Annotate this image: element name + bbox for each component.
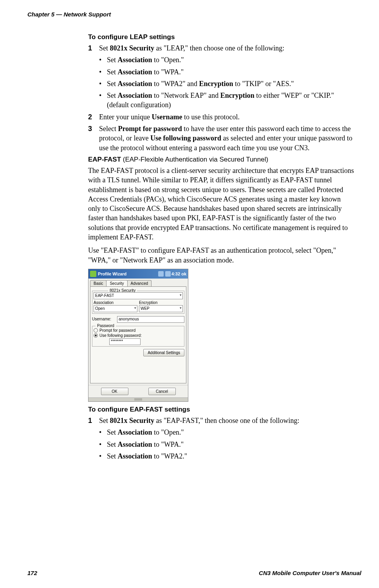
text-bold: Encryption <box>220 92 254 99</box>
ok-button[interactable]: OK <box>101 388 128 395</box>
association-label: Association <box>94 300 137 305</box>
ok-title-button[interactable]: ok <box>181 272 186 276</box>
start-icon[interactable] <box>90 271 96 277</box>
text-fragment: Set <box>107 56 118 64</box>
radio-label: Use following password: <box>99 333 142 338</box>
text-bold: Association <box>118 428 152 436</box>
text-fragment: to "Open." <box>152 428 184 436</box>
bullet-dot: • <box>99 91 107 110</box>
encryption-select[interactable]: WEP <box>139 305 183 312</box>
text-bold: Encryption <box>199 80 233 88</box>
text-bold: Association <box>118 80 152 88</box>
signal-icon[interactable] <box>158 271 164 277</box>
keyboard-icon <box>134 398 142 401</box>
leap-step-3: 3 Select Prompt for password to have the… <box>88 124 354 153</box>
text-fragment: to "WPA2" and <box>152 80 199 88</box>
tab-advanced[interactable]: Advanced <box>127 280 152 286</box>
text-fragment: to "TKIP" or "AES." <box>233 80 294 88</box>
security-group: 8021x Security EAP-FAST Association Open… <box>92 291 184 314</box>
text-bold: EAP-FAST <box>88 156 121 163</box>
bullet-text: Set Association to "WPA2" and Encryption… <box>107 79 354 88</box>
text-bold: Use following password <box>150 134 221 142</box>
text-fragment: to "WPA." <box>152 68 184 76</box>
bullet-text: Set Association to "Open." <box>107 55 354 65</box>
text-fragment: Set <box>107 452 118 460</box>
eapfast-config-heading: To configure EAP-FAST settings <box>88 406 354 414</box>
eapfast-heading: EAP-FAST (EAP-Flexible Authentication vi… <box>88 156 354 164</box>
leap-bullet: • Set Association to "WPA." <box>99 67 354 77</box>
text-bold: Association <box>118 92 152 99</box>
manual-title: CN3 Mobile Computer User's Manual <box>259 570 361 576</box>
text-fragment: Set <box>99 44 110 52</box>
bullet-text: Set Association to "WPA2." <box>107 451 354 461</box>
text-fragment: Set <box>107 80 118 88</box>
association-select[interactable]: Open <box>94 305 137 312</box>
text-bold: Association <box>118 68 152 76</box>
bullet-dot: • <box>99 440 107 449</box>
text-fragment: Set <box>99 417 110 424</box>
text-fragment: Enter your unique <box>99 113 152 121</box>
bullet-dot: • <box>99 451 107 461</box>
eapfast-bullet: • Set Association to "Open." <box>99 428 354 437</box>
security-select[interactable]: EAP-FAST <box>94 292 183 299</box>
username-label: Username: <box>92 317 116 321</box>
text-bold: 8021x Security <box>110 417 154 424</box>
step-text: Enter your unique Username to use this p… <box>99 112 354 122</box>
text-bold: Association <box>118 441 152 448</box>
leap-step-1: 1 Set 8021x Security as "LEAP," then cho… <box>88 43 354 53</box>
text-fragment: to use this protocol. <box>182 113 240 121</box>
profile-wizard-screenshot: Profile Wizard 4:32 ok Basic Security Ad… <box>88 269 188 402</box>
step-text: Select Prompt for password to have the u… <box>99 124 354 153</box>
text-bold: Prompt for password <box>118 125 182 133</box>
additional-settings-button[interactable]: Additional Settings <box>143 349 184 356</box>
cancel-button[interactable]: Cancel <box>148 388 176 395</box>
window-title: Profile Wizard <box>98 272 126 276</box>
window-titlebar: Profile Wizard 4:32 ok <box>88 269 188 279</box>
text-bold: Association <box>118 452 152 460</box>
username-input[interactable]: anonymous <box>117 316 184 323</box>
text-fragment: Set <box>107 441 118 448</box>
eapfast-step-1: 1 Set 8021x Security as "EAP-FAST," then… <box>88 416 354 425</box>
sip-bar[interactable] <box>88 397 188 401</box>
eapfast-paragraph: The EAP-FAST protocol is a client-server… <box>88 166 354 242</box>
step-number: 1 <box>88 416 99 425</box>
password-group: Password Prompt for password Use followi… <box>92 326 184 347</box>
text-fragment: as "EAP-FAST," then choose one of the fo… <box>154 417 299 424</box>
text-fragment: Set <box>107 92 118 99</box>
button-bar: OK Cancel <box>88 385 188 397</box>
bullet-text: Set Association to "Network EAP" and Enc… <box>107 91 354 110</box>
eapfast-bullet: • Set Association to "WPA." <box>99 440 354 449</box>
password-legend: Password <box>96 324 116 328</box>
text-fragment: Set <box>107 68 118 76</box>
bullet-text: Set Association to "WPA." <box>107 67 354 77</box>
text-bold: Association <box>118 56 152 64</box>
text-fragment: to "WPA2." <box>152 452 188 460</box>
leap-step-2: 2 Enter your unique Username to use this… <box>88 112 354 122</box>
tab-basic[interactable]: Basic <box>90 280 106 286</box>
text-fragment: Select <box>99 125 118 133</box>
bullet-text: Set Association to "WPA." <box>107 440 354 449</box>
text-fragment: to "Network EAP" and <box>152 92 220 99</box>
clock: 4:32 <box>171 272 180 276</box>
bullet-dot: • <box>99 79 107 88</box>
text-fragment: to "WPA." <box>152 441 184 448</box>
radio-use-password[interactable]: Use following password: <box>94 333 183 338</box>
password-input[interactable]: ******** <box>109 338 141 345</box>
text-fragment: to "Open." <box>152 56 184 64</box>
bullet-text: Set Association to "Open." <box>107 428 354 437</box>
volume-icon[interactable] <box>165 271 171 277</box>
security-panel: 8021x Security EAP-FAST Association Open… <box>90 286 186 383</box>
page-number: 172 <box>27 570 37 576</box>
text-fragment: as "LEAP," then choose one of the follow… <box>154 44 284 52</box>
leap-bullet: • Set Association to "Open." <box>99 55 354 65</box>
tab-security[interactable]: Security <box>106 280 127 286</box>
main-content: To configure LEAP settings 1 Set 8021x S… <box>88 33 354 463</box>
bullet-dot: • <box>99 428 107 437</box>
radio-prompt-password[interactable]: Prompt for password <box>94 328 183 333</box>
leap-bullet: • Set Association to "WPA2" and Encrypti… <box>99 79 354 88</box>
page-footer: 172 CN3 Mobile Computer User's Manual <box>27 570 361 576</box>
eapfast-paragraph: Use "EAP-FAST" to configure EAP-FAST as … <box>88 246 354 265</box>
bullet-dot: • <box>99 67 107 77</box>
step-text: Set 8021x Security as "LEAP," then choos… <box>99 43 354 53</box>
tab-bar: Basic Security Advanced <box>88 279 188 286</box>
